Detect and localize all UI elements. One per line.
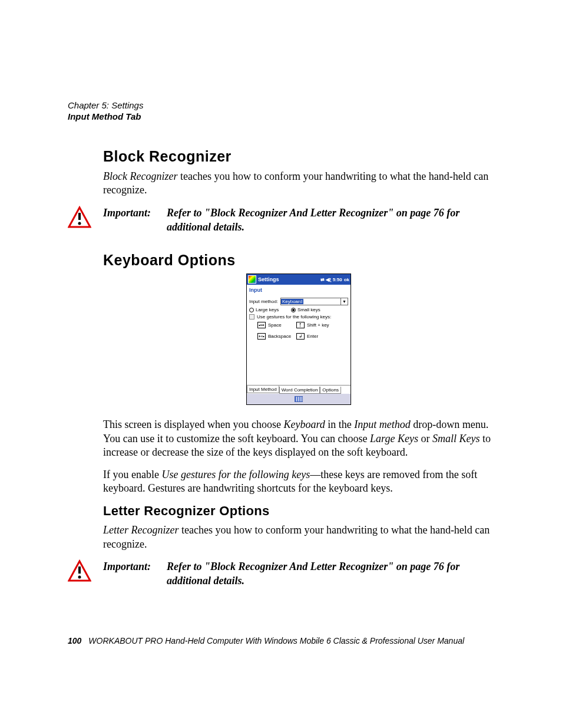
- important-text: Refer to "Block Recognizer And Letter Re…: [167, 559, 494, 588]
- heading-block-recognizer: Block Recognizer: [103, 148, 494, 165]
- header-chapter: Chapter 5: Settings: [68, 100, 494, 110]
- tabs: Input Method Word Completion Options: [247, 385, 351, 394]
- svg-rect-4: [78, 566, 81, 574]
- header-section: Input Method Tab: [68, 111, 494, 121]
- checkbox-gestures[interactable]: [249, 314, 254, 319]
- warning-icon: [68, 575, 91, 585]
- titlebar-title: Settings: [258, 276, 320, 282]
- svg-point-2: [78, 222, 81, 225]
- important-text: Refer to "Block Recognizer And Letter Re…: [167, 206, 494, 235]
- gesture-space-icon: •↦: [257, 322, 266, 328]
- gesture-backspace-icon: ↤•: [257, 333, 266, 340]
- gesture-shift-label: Shift + key: [307, 322, 335, 328]
- svg-point-5: [78, 576, 81, 579]
- svg-rect-1: [78, 213, 81, 220]
- heading-keyboard-options: Keyboard Options: [103, 252, 494, 269]
- tab-options[interactable]: Options: [320, 387, 341, 394]
- keyboard-options-p2: If you enable Use gestures for the follo…: [103, 468, 494, 496]
- important-block-2: Important: Refer to "Block Recognizer An…: [68, 559, 494, 588]
- keyboard-icon[interactable]: [295, 396, 303, 402]
- screenshot: Settings ⇄ ◀ξ 5:50 ok Input Input method…: [103, 274, 494, 405]
- gesture-enter-label: Enter: [307, 334, 335, 339]
- block-recognizer-p1: Block Recognizer teaches you how to conf…: [103, 170, 494, 197]
- device-titlebar: Settings ⇄ ◀ξ 5:50 ok: [247, 274, 351, 285]
- letter-recognizer-em: Letter Recognizer: [103, 524, 178, 536]
- checkbox-gestures-label: Use gestures for the following keys:: [257, 314, 331, 319]
- block-recognizer-em: Block Recognizer: [103, 170, 177, 182]
- heading-letter-recognizer: Letter Recognizer Options: [103, 503, 494, 519]
- gesture-space-label: Space: [268, 322, 296, 328]
- important-block-1: Important: Refer to "Block Recognizer An…: [68, 206, 494, 235]
- bottom-bar: [247, 394, 351, 404]
- letter-recognizer-p1: Letter Recognizer teaches you how to con…: [103, 523, 494, 551]
- ok-button[interactable]: ok: [344, 277, 349, 282]
- footer: 100WORKABOUT PRO Hand-Held Computer With…: [68, 636, 494, 645]
- radio-small-keys[interactable]: [291, 308, 296, 312]
- radio-small-label: Small keys: [297, 307, 320, 312]
- chevron-down-icon[interactable]: ▼: [340, 298, 348, 305]
- radio-large-label: Large keys: [256, 307, 291, 312]
- footer-text: WORKABOUT PRO Hand-Held Computer With Wi…: [88, 636, 464, 645]
- device-subtitle: Input: [247, 285, 351, 298]
- gesture-backspace-label: Backspace: [268, 334, 296, 339]
- important-label: Important:: [103, 559, 167, 588]
- page-number: 100: [68, 636, 81, 645]
- dropdown-selected: Keyboard: [281, 299, 303, 304]
- keyboard-options-p1: This screen is displayed when you choose…: [103, 418, 494, 459]
- gesture-shift-icon: ⭡: [296, 322, 305, 328]
- gesture-enter-icon: ↲: [296, 333, 305, 340]
- tab-word-completion[interactable]: Word Completion: [279, 387, 320, 394]
- status-icons: ⇄ ◀ξ 5:50: [320, 277, 342, 282]
- input-method-label: Input method:: [249, 299, 278, 304]
- important-label: Important:: [103, 206, 167, 235]
- input-method-dropdown[interactable]: Keyboard ▼: [280, 298, 348, 305]
- start-icon[interactable]: [248, 275, 256, 284]
- radio-large-keys[interactable]: [249, 308, 254, 312]
- warning-icon: [68, 221, 91, 231]
- tab-input-method[interactable]: Input Method: [247, 386, 279, 393]
